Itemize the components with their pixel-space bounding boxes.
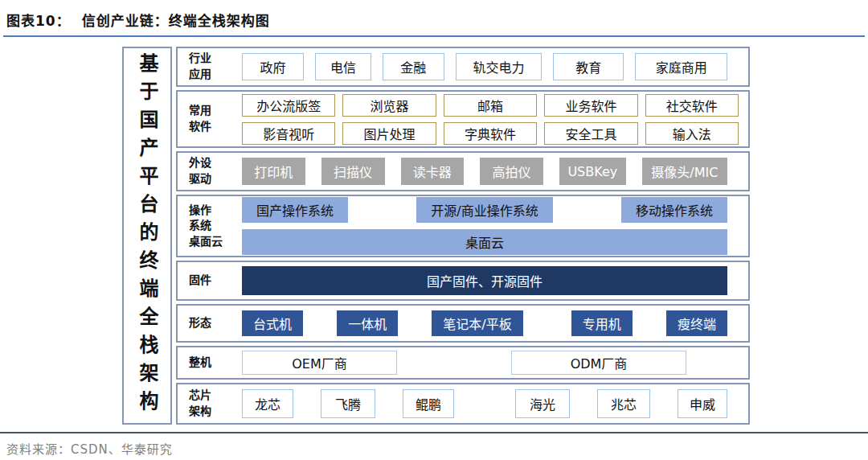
item-box: 字典软件	[444, 122, 537, 145]
row-content: OEM厂商 ODM厂商	[242, 351, 727, 375]
source-note: 资料来源：CSDN、华泰研究	[6, 440, 173, 457]
row-label: 行业 应用	[189, 51, 234, 82]
row-content: 台式机 一体机 笔记本/平板 专用机 瘦终端	[242, 310, 727, 336]
diagram-rows: 行业 应用 政府 电信 金融 轨交电力 教育 家庭商用 常用 软件 办公流版签 …	[176, 47, 750, 425]
item-box: 电信	[315, 53, 371, 80]
row-industry-apps: 行业 应用 政府 电信 金融 轨交电力 教育 家庭商用	[176, 47, 750, 87]
row-label: 形态	[189, 315, 234, 331]
item-box: 金融	[383, 53, 444, 80]
row-label: 外设 驱动	[189, 155, 234, 187]
item-box: 轨交电力	[456, 53, 542, 80]
side-label-box: 基于国产平台的终端全栈架构	[122, 47, 172, 425]
item-box: 台式机	[242, 310, 303, 336]
item-box: 业务软件	[544, 94, 637, 117]
row-peripheral-drivers: 外设 驱动 打印机 扫描仪 读卡器 高拍仪 USBKey 摄像头/MIC	[176, 151, 750, 191]
side-label: 基于国产平台的终端全栈架构	[137, 53, 157, 419]
item-box: 图片处理	[342, 122, 436, 145]
item-box: 专用机	[571, 310, 633, 336]
row-content: 办公流版签 浏览器 邮箱 业务软件 社交软件 影音视听 图片处理 字典软件 安全…	[242, 94, 739, 145]
item-box: 移动操作系统	[621, 197, 727, 223]
item-box: 一体机	[337, 310, 398, 336]
item-box: 笔记本/平板	[432, 310, 522, 336]
row-machine-vendors: 整机 OEM厂商 ODM厂商	[176, 346, 750, 380]
row-label: 操作 系统 桌面云	[189, 203, 234, 250]
item-box: 邮箱	[444, 94, 537, 117]
item-box: 海光	[515, 389, 570, 418]
desktop-cloud-bar: 桌面云	[242, 229, 727, 255]
title-divider	[3, 35, 865, 37]
row-content: 龙芯 飞腾 鲲鹏 海光 兆芯 申威	[242, 389, 727, 418]
figure-header: 图表10：信创产业链：终端全栈架构图	[6, 10, 270, 30]
firmware-bar: 国产固件、开源固件	[242, 266, 727, 295]
row-content: 打印机 扫描仪 读卡器 高拍仪 USBKey 摄像头/MIC	[242, 158, 727, 185]
row-content: 国产固件、开源固件	[242, 266, 727, 295]
item-box: 国产操作系统	[242, 197, 348, 223]
row-content: 政府 电信 金融 轨交电力 教育 家庭商用	[242, 53, 727, 80]
item-box: OEM厂商	[242, 351, 397, 375]
item-box: 政府	[242, 53, 304, 80]
item-box: 家庭商用	[635, 53, 727, 80]
row-label: 整机	[189, 355, 234, 371]
row-label: 常用 软件	[189, 103, 234, 134]
item-box: 开源/商业操作系统	[416, 197, 552, 223]
row-label: 固件	[189, 273, 234, 289]
item-box: 读卡器	[401, 158, 465, 185]
item-box: 安全工具	[544, 122, 637, 145]
item-box: 输入法	[645, 122, 739, 145]
item-box: ODM厂商	[511, 351, 686, 375]
item-box: 鲲鹏	[403, 389, 454, 418]
row-chip-architectures: 芯片 架构 龙芯 飞腾 鲲鹏 海光 兆芯 申威	[176, 383, 750, 425]
item-box: 影音视听	[242, 122, 335, 145]
item-box: 高拍仪	[480, 158, 543, 185]
item-box: 摄像头/MIC	[642, 158, 727, 185]
row-label: 芯片 架构	[189, 388, 234, 419]
item-box: 申威	[678, 389, 727, 418]
item-box: 兆芯	[597, 389, 650, 418]
item-box: 浏览器	[342, 94, 436, 117]
item-box: 扫描仪	[321, 158, 385, 185]
os-boxes: 国产操作系统 开源/商业操作系统 移动操作系统	[242, 197, 727, 223]
footer-divider	[0, 432, 868, 433]
row-firmware: 固件 国产固件、开源固件	[176, 261, 750, 301]
architecture-diagram: 基于国产平台的终端全栈架构 行业 应用 政府 电信 金融 轨交电力 教育 家庭商…	[122, 47, 750, 425]
item-box: 飞腾	[321, 389, 375, 418]
figure-title: 信创产业链：终端全栈架构图	[82, 13, 270, 29]
figure-number: 图表10：	[6, 13, 71, 29]
item-box: 龙芯	[242, 389, 293, 418]
item-box: 办公流版签	[242, 94, 335, 117]
row-operating-systems: 操作 系统 桌面云 国产操作系统 开源/商业操作系统 移动操作系统 桌面云	[176, 195, 750, 257]
row-common-software: 常用 软件 办公流版签 浏览器 邮箱 业务软件 社交软件 影音视听 图片处理 字…	[176, 90, 750, 148]
item-box: 社交软件	[645, 94, 739, 117]
row-content: 国产操作系统 开源/商业操作系统 移动操作系统 桌面云	[242, 197, 727, 255]
row-form-factors: 形态 台式机 一体机 笔记本/平板 专用机 瘦终端	[176, 304, 750, 343]
item-box: 教育	[553, 53, 624, 80]
item-box: 瘦终端	[666, 310, 727, 336]
item-box: USBKey	[559, 158, 626, 185]
item-box: 打印机	[242, 158, 305, 185]
